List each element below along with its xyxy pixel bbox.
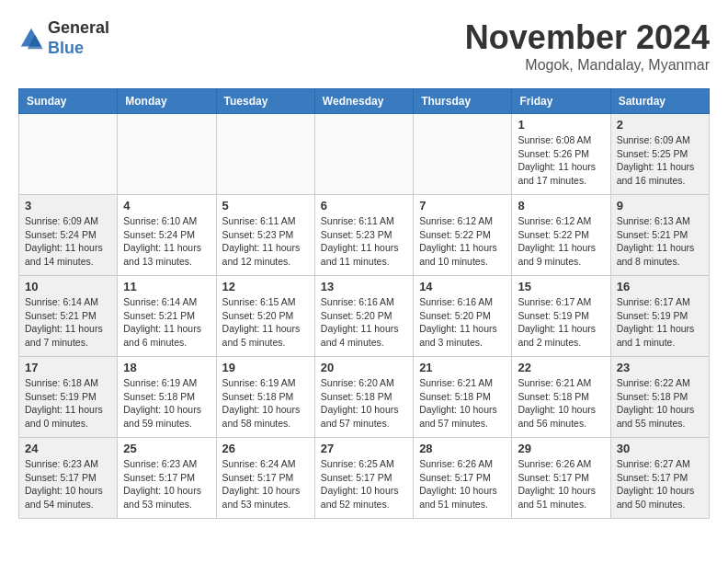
day-info: Sunrise: 6:24 AM Sunset: 5:17 PM Dayligh… [222,457,309,511]
day-number: 20 [321,361,407,374]
day-info: Sunrise: 6:23 AM Sunset: 5:17 PM Dayligh… [123,457,210,511]
calendar-day-cell: 3Sunrise: 6:09 AM Sunset: 5:24 PM Daylig… [19,195,118,276]
day-info: Sunrise: 6:12 AM Sunset: 5:22 PM Dayligh… [518,214,604,269]
day-info: Sunrise: 6:21 AM Sunset: 5:18 PM Dayligh… [518,376,604,431]
day-info: Sunrise: 6:19 AM Sunset: 5:18 PM Dayligh… [123,376,210,431]
day-number: 14 [419,280,506,293]
day-info: Sunrise: 6:22 AM Sunset: 5:18 PM Dayligh… [617,376,703,431]
day-number: 3 [25,199,111,213]
day-info: Sunrise: 6:26 AM Sunset: 5:17 PM Dayligh… [518,457,604,511]
day-number: 8 [518,199,604,213]
calendar-day-cell: 14Sunrise: 6:16 AM Sunset: 5:20 PM Dayli… [414,276,512,357]
day-number: 22 [518,361,604,374]
day-number: 13 [321,280,407,293]
day-info: Sunrise: 6:25 AM Sunset: 5:17 PM Dayligh… [321,457,407,511]
day-info: Sunrise: 6:21 AM Sunset: 5:18 PM Dayligh… [419,376,506,431]
day-number: 7 [419,199,506,213]
calendar-day-cell [314,114,413,195]
day-of-week-header: Saturday [610,89,709,114]
calendar-day-cell: 9Sunrise: 6:13 AM Sunset: 5:21 PM Daylig… [610,195,709,276]
day-info: Sunrise: 6:23 AM Sunset: 5:17 PM Dayligh… [25,457,111,511]
day-number: 29 [518,442,604,455]
calendar-day-cell: 13Sunrise: 6:16 AM Sunset: 5:20 PM Dayli… [314,276,413,357]
day-info: Sunrise: 6:18 AM Sunset: 5:19 PM Dayligh… [25,376,111,431]
calendar-day-cell: 25Sunrise: 6:23 AM Sunset: 5:17 PM Dayli… [118,438,216,519]
day-info: Sunrise: 6:10 AM Sunset: 5:24 PM Dayligh… [123,214,210,269]
calendar-day-cell: 7Sunrise: 6:12 AM Sunset: 5:22 PM Daylig… [414,195,512,276]
calendar-day-cell: 26Sunrise: 6:24 AM Sunset: 5:17 PM Dayli… [216,438,314,519]
day-info: Sunrise: 6:15 AM Sunset: 5:20 PM Dayligh… [222,295,309,350]
day-number: 12 [222,280,309,293]
calendar-day-cell: 23Sunrise: 6:22 AM Sunset: 5:18 PM Dayli… [610,357,709,438]
calendar-week-row: 17Sunrise: 6:18 AM Sunset: 5:19 PM Dayli… [19,357,710,438]
calendar-day-cell: 19Sunrise: 6:19 AM Sunset: 5:18 PM Dayli… [216,357,314,438]
day-of-week-header: Tuesday [216,89,314,114]
day-number: 30 [617,442,703,455]
day-info: Sunrise: 6:19 AM Sunset: 5:18 PM Dayligh… [222,376,309,431]
calendar-day-cell [19,114,118,195]
day-number: 24 [25,442,111,455]
day-number: 18 [123,361,210,374]
logo-icon [18,26,44,52]
day-of-week-header: Wednesday [314,89,413,114]
calendar-day-cell [118,114,216,195]
calendar-day-cell: 30Sunrise: 6:27 AM Sunset: 5:17 PM Dayli… [610,438,709,519]
logo: General Blue [18,18,109,58]
calendar-day-cell: 11Sunrise: 6:14 AM Sunset: 5:21 PM Dayli… [118,276,216,357]
calendar-day-cell: 5Sunrise: 6:11 AM Sunset: 5:23 PM Daylig… [216,195,314,276]
calendar-day-cell: 27Sunrise: 6:25 AM Sunset: 5:17 PM Dayli… [314,438,413,519]
day-info: Sunrise: 6:20 AM Sunset: 5:18 PM Dayligh… [321,376,407,431]
calendar-day-cell: 17Sunrise: 6:18 AM Sunset: 5:19 PM Dayli… [19,357,118,438]
day-number: 11 [123,280,210,293]
month-title: November 2024 [465,18,710,57]
day-info: Sunrise: 6:14 AM Sunset: 5:21 PM Dayligh… [123,295,210,350]
day-number: 23 [617,361,703,374]
day-info: Sunrise: 6:16 AM Sunset: 5:20 PM Dayligh… [419,295,506,350]
calendar-day-cell: 10Sunrise: 6:14 AM Sunset: 5:21 PM Dayli… [19,276,118,357]
day-info: Sunrise: 6:12 AM Sunset: 5:22 PM Dayligh… [419,214,506,269]
day-info: Sunrise: 6:17 AM Sunset: 5:19 PM Dayligh… [518,295,604,350]
day-number: 25 [123,442,210,455]
day-info: Sunrise: 6:08 AM Sunset: 5:26 PM Dayligh… [518,133,604,188]
calendar-day-cell: 21Sunrise: 6:21 AM Sunset: 5:18 PM Dayli… [414,357,512,438]
day-of-week-header: Friday [512,89,610,114]
day-number: 6 [321,199,407,213]
day-info: Sunrise: 6:11 AM Sunset: 5:23 PM Dayligh… [222,214,309,269]
calendar-day-cell: 24Sunrise: 6:23 AM Sunset: 5:17 PM Dayli… [19,438,118,519]
day-number: 10 [25,280,111,293]
day-number: 16 [617,280,703,293]
calendar-day-cell: 29Sunrise: 6:26 AM Sunset: 5:17 PM Dayli… [512,438,610,519]
day-number: 26 [222,442,309,455]
day-number: 28 [419,442,506,455]
day-info: Sunrise: 6:09 AM Sunset: 5:25 PM Dayligh… [617,133,703,188]
calendar-day-cell: 28Sunrise: 6:26 AM Sunset: 5:17 PM Dayli… [414,438,512,519]
day-info: Sunrise: 6:16 AM Sunset: 5:20 PM Dayligh… [321,295,407,350]
calendar-day-cell: 20Sunrise: 6:20 AM Sunset: 5:18 PM Dayli… [314,357,413,438]
day-info: Sunrise: 6:27 AM Sunset: 5:17 PM Dayligh… [617,457,703,511]
day-number: 15 [518,280,604,293]
calendar-day-cell: 8Sunrise: 6:12 AM Sunset: 5:22 PM Daylig… [512,195,610,276]
day-number: 1 [518,118,604,132]
calendar-week-row: 1Sunrise: 6:08 AM Sunset: 5:26 PM Daylig… [19,114,710,195]
day-number: 2 [617,118,703,132]
day-info: Sunrise: 6:14 AM Sunset: 5:21 PM Dayligh… [25,295,111,350]
calendar-day-cell: 22Sunrise: 6:21 AM Sunset: 5:18 PM Dayli… [512,357,610,438]
day-number: 9 [617,199,703,213]
title-block: November 2024 Mogok, Mandalay, Myanmar [465,18,710,74]
calendar-day-cell: 6Sunrise: 6:11 AM Sunset: 5:23 PM Daylig… [314,195,413,276]
calendar-day-cell: 1Sunrise: 6:08 AM Sunset: 5:26 PM Daylig… [512,114,610,195]
calendar-day-cell: 4Sunrise: 6:10 AM Sunset: 5:24 PM Daylig… [118,195,216,276]
calendar-day-cell: 18Sunrise: 6:19 AM Sunset: 5:18 PM Dayli… [118,357,216,438]
day-number: 21 [419,361,506,374]
calendar-day-cell: 12Sunrise: 6:15 AM Sunset: 5:20 PM Dayli… [216,276,314,357]
day-number: 17 [25,361,111,374]
calendar: SundayMondayTuesdayWednesdayThursdayFrid… [18,88,710,519]
calendar-day-cell [414,114,512,195]
day-of-week-header: Thursday [414,89,512,114]
page-header: General Blue November 2024 Mogok, Mandal… [18,18,710,74]
day-info: Sunrise: 6:17 AM Sunset: 5:19 PM Dayligh… [617,295,703,350]
calendar-day-cell [216,114,314,195]
calendar-day-cell: 2Sunrise: 6:09 AM Sunset: 5:25 PM Daylig… [610,114,709,195]
day-number: 19 [222,361,309,374]
location: Mogok, Mandalay, Myanmar [465,57,710,74]
